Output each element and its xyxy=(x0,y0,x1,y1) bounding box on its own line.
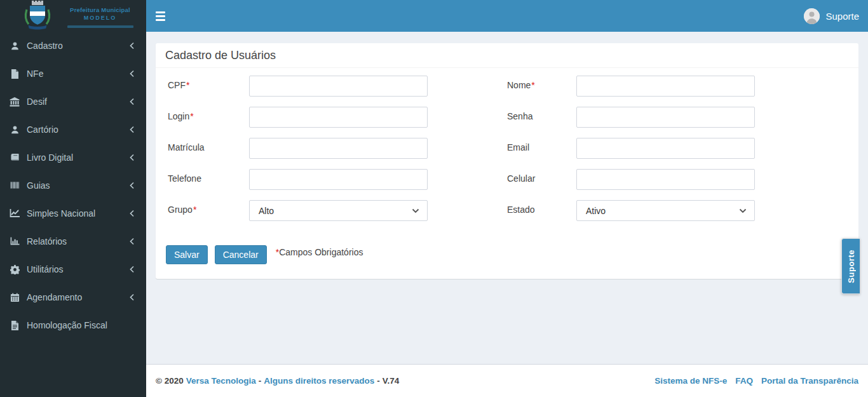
login-field[interactable] xyxy=(249,107,428,128)
user-icon xyxy=(10,41,20,51)
cancel-button[interactable]: Cancelar xyxy=(215,245,267,264)
sidebar-item-homologacao-fiscal[interactable]: Homologação Fiscal xyxy=(0,311,146,339)
line-chart-icon xyxy=(10,208,20,219)
footer-copyright: © 2020Versa Tecnologia-Alguns direitos r… xyxy=(156,376,399,386)
chevron-down-icon xyxy=(412,208,419,213)
footer-link-nfse[interactable]: Sistema de NFS-e xyxy=(654,376,727,386)
sidebar-toggle-button[interactable] xyxy=(146,0,175,32)
footer-links: Sistema de NFS-e FAQ Portal da Transparê… xyxy=(654,376,858,386)
version-label: V.74 xyxy=(383,376,400,386)
estado-select[interactable]: Ativo xyxy=(576,200,755,221)
bar-chart-icon xyxy=(10,236,20,246)
user-registration-card: Cadastro de Usuários CPF* Login* Matrícu… xyxy=(156,43,858,279)
avatar xyxy=(804,8,820,24)
footer: © 2020Versa Tecnologia-Alguns direitos r… xyxy=(146,364,868,397)
sidebar-item-nfe[interactable]: NFe xyxy=(0,60,146,88)
sidebar-item-label: Relatórios xyxy=(27,236,129,246)
matricula-label: Matrícula xyxy=(168,138,249,152)
page-title: Cadastro de Usuários xyxy=(165,49,276,62)
support-side-tab[interactable]: Suporte xyxy=(841,238,860,294)
email-field[interactable] xyxy=(576,138,755,159)
sidebar-item-utilitarios[interactable]: Utilitários xyxy=(0,255,146,283)
app-logo[interactable]: Prefeitura Municipal MODELO xyxy=(0,0,146,33)
hamburger-icon xyxy=(156,11,165,13)
sidebar-item-label: Livro Digital xyxy=(27,152,129,163)
user-menu[interactable]: Suporte xyxy=(795,0,868,32)
matricula-field[interactable] xyxy=(249,138,428,159)
required-asterisk: * xyxy=(193,205,196,215)
copyright-year: © 2020 xyxy=(156,376,184,386)
sidebar-item-relatorios[interactable]: Relatórios xyxy=(0,227,146,255)
sidebar-item-label: NFe xyxy=(27,69,129,79)
form-row-matricula: Matrícula xyxy=(168,138,507,159)
chevron-left-icon xyxy=(129,182,135,189)
senha-label: Senha xyxy=(507,107,576,121)
sidebar-item-cartorio[interactable]: Cartório xyxy=(0,116,146,144)
email-label: Email xyxy=(507,138,576,152)
senha-field[interactable] xyxy=(576,107,755,128)
sidebar-menu: Cadastro NFe Desif Cartório xyxy=(0,32,146,339)
rights-link[interactable]: Alguns direitos reservados xyxy=(264,376,374,386)
footer-link-faq[interactable]: FAQ xyxy=(735,376,753,386)
separator: - xyxy=(259,376,262,386)
chevron-left-icon xyxy=(129,293,135,301)
chevron-left-icon xyxy=(129,266,135,273)
logo-tagline xyxy=(67,25,133,28)
sidebar-item-guias[interactable]: Guias xyxy=(0,172,146,199)
save-button[interactable]: Salvar xyxy=(166,245,208,264)
calendar-icon xyxy=(10,292,20,302)
celular-field[interactable] xyxy=(576,169,755,190)
logo-title: Prefeitura Municipal xyxy=(60,6,140,13)
form-actions: Salvar Cancelar *Campos Obrigatórios xyxy=(156,231,858,279)
form-row-email: Email xyxy=(507,138,849,159)
nome-label: Nome* xyxy=(507,76,576,90)
sidebar-item-livro-digital[interactable]: Livro Digital xyxy=(0,144,146,172)
sidebar-item-desif[interactable]: Desif xyxy=(0,88,146,116)
nome-field[interactable] xyxy=(576,76,755,97)
logo-subtitle: MODELO xyxy=(60,15,140,21)
company-link[interactable]: Versa Tecnologia xyxy=(186,376,256,386)
chevron-left-icon xyxy=(129,70,135,77)
footer-link-transparencia[interactable]: Portal da Transparência xyxy=(761,376,858,386)
form-column-right: Nome* Senha Email Celular Estado xyxy=(507,76,849,231)
estado-selected-value: Ativo xyxy=(586,206,739,216)
main-content: Cadastro de Usuários CPF* Login* Matrícu… xyxy=(146,32,868,364)
user-icon xyxy=(10,124,20,135)
celular-label: Celular xyxy=(507,169,576,184)
sidebar-item-agendamento[interactable]: Agendamento xyxy=(0,283,146,311)
municipal-crest-icon xyxy=(20,1,55,30)
topbar: Suporte xyxy=(146,0,868,32)
cpf-field[interactable] xyxy=(249,76,428,97)
chevron-left-icon xyxy=(129,42,135,50)
sidebar-item-simples-nacional[interactable]: Simples Nacional xyxy=(0,199,146,227)
form-row-senha: Senha xyxy=(507,107,849,128)
sidebar-item-cadastro[interactable]: Cadastro xyxy=(0,32,146,60)
form-row-celular: Celular xyxy=(507,169,849,190)
sidebar-item-label: Simples Nacional xyxy=(27,208,129,219)
form-row-estado: Estado Ativo xyxy=(507,200,849,221)
required-asterisk: * xyxy=(186,80,189,90)
support-side-tab-label: Suporte xyxy=(846,250,856,283)
card-header: Cadastro de Usuários xyxy=(156,43,858,68)
sidebar-item-label: Cadastro xyxy=(27,41,129,51)
sidebar-item-label: Desif xyxy=(27,97,129,107)
required-fields-note: *Campos Obrigatórios xyxy=(275,245,363,257)
bank-icon xyxy=(10,97,20,107)
logo-text: Prefeitura Municipal MODELO xyxy=(60,6,140,28)
required-asterisk: * xyxy=(190,111,193,121)
form-column-left: CPF* Login* Matrícula Telefone Grupo* xyxy=(168,76,507,231)
form-row-cpf: CPF* xyxy=(168,76,507,97)
chevron-left-icon xyxy=(129,238,135,245)
grupo-select[interactable]: Alto xyxy=(249,200,428,221)
form-row-telefone: Telefone xyxy=(168,169,507,190)
telefone-field[interactable] xyxy=(249,169,428,190)
login-label: Login* xyxy=(168,107,249,121)
grupo-selected-value: Alto xyxy=(259,206,412,216)
chevron-left-icon xyxy=(129,210,135,217)
chevron-down-icon xyxy=(739,208,747,213)
estado-label: Estado xyxy=(507,200,576,215)
form-row-grupo: Grupo* Alto xyxy=(168,200,507,221)
sidebar-item-label: Utilitários xyxy=(27,264,129,274)
chevron-left-icon xyxy=(129,154,135,161)
gear-icon xyxy=(10,264,20,274)
